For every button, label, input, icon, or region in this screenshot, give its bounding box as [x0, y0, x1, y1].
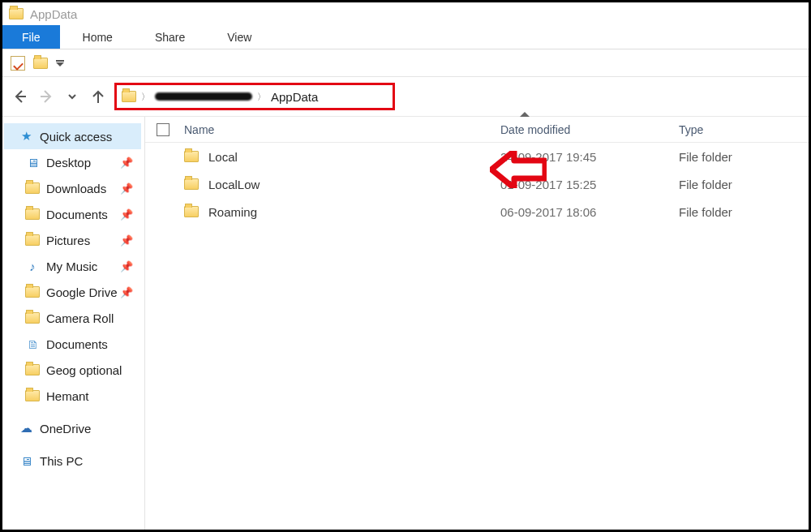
select-all-checkbox[interactable]: [157, 123, 169, 136]
folder-icon: [25, 208, 40, 220]
star-icon: ★: [19, 129, 33, 144]
sidebar-item-downloads[interactable]: Downloads 📌: [4, 175, 141, 201]
column-date[interactable]: Date modified: [500, 123, 679, 136]
pc-icon: 🖥: [19, 453, 33, 468]
sidebar-label: Documents: [46, 337, 108, 351]
properties-icon[interactable]: [11, 56, 25, 71]
nav-up-button[interactable]: [88, 87, 108, 106]
sidebar-item-google-drive[interactable]: Google Drive 📌: [4, 279, 141, 305]
sidebar-label: This PC: [40, 454, 83, 468]
tab-home[interactable]: Home: [63, 25, 132, 49]
file-list: Name Date modified Type Local 24-09-2017…: [145, 117, 809, 530]
nav-forward-button[interactable]: [36, 87, 56, 106]
folder-icon: [25, 390, 40, 401]
sidebar-item-hemant[interactable]: Hemant: [4, 383, 141, 409]
sidebar-label: OneDrive: [40, 422, 91, 435]
nav-back-button[interactable]: [11, 87, 30, 106]
pin-icon: 📌: [120, 286, 133, 298]
sidebar-label: Geog optional: [46, 363, 122, 377]
tab-file[interactable]: File: [2, 25, 60, 49]
file-name: LocalLow: [208, 178, 500, 191]
sidebar-label: Desktop: [46, 156, 91, 169]
quick-access-toolbar: [2, 49, 809, 77]
sidebar-quick-access[interactable]: ★ Quick access: [4, 123, 141, 149]
sidebar-item-my-music[interactable]: ♪ My Music 📌: [4, 253, 141, 279]
file-row[interactable]: LocalLow 01-09-2017 15:25 File folder: [145, 170, 809, 198]
window-titlebar: AppData: [2, 2, 809, 25]
chevron-right-icon: 〉: [257, 91, 266, 103]
sidebar-label: Downloads: [46, 182, 106, 195]
column-headers: Name Date modified Type: [145, 117, 809, 143]
documents-icon: 🗎: [25, 337, 40, 351]
file-row[interactable]: Local 24-09-2017 19:45 File folder: [145, 143, 809, 170]
folder-icon: [25, 234, 40, 246]
pin-icon: 📌: [120, 260, 133, 272]
desktop-icon: 🖥: [25, 155, 40, 169]
sidebar-label: Camera Roll: [46, 311, 114, 325]
sidebar-item-documents[interactable]: Documents 📌: [4, 201, 141, 227]
file-name: Roaming: [208, 205, 500, 219]
chevron-right-icon: 〉: [141, 91, 150, 103]
folder-icon: [25, 312, 40, 324]
pin-icon: 📌: [120, 234, 133, 247]
nav-row: 〉 〉 AppData: [2, 77, 809, 116]
file-date: 24-09-2017 19:45: [500, 150, 679, 164]
sidebar-item-geog-optional[interactable]: Geog optional: [4, 357, 141, 383]
music-icon: ♪: [25, 259, 40, 273]
new-folder-icon[interactable]: [33, 58, 48, 69]
ribbon-tabs: File Home Share View: [2, 25, 809, 49]
addr-current-folder[interactable]: AppData: [271, 90, 318, 104]
sidebar-label: Pictures: [46, 234, 90, 247]
sidebar-item-documents-2[interactable]: 🗎 Documents: [4, 331, 141, 357]
addr-folder-icon: [122, 91, 136, 102]
folder-icon: [184, 151, 199, 162]
pin-icon: 📌: [120, 182, 133, 195]
nav-recent-dropdown[interactable]: [62, 87, 82, 106]
column-name[interactable]: Name: [184, 123, 500, 136]
file-name: Local: [208, 150, 500, 164]
sidebar-item-pictures[interactable]: Pictures 📌: [4, 227, 141, 253]
pin-icon: 📌: [120, 208, 133, 221]
sidebar-label: Quick access: [40, 130, 112, 144]
sidebar-label: Documents: [46, 208, 108, 221]
sidebar-item-camera-roll[interactable]: Camera Roll: [4, 305, 141, 331]
sidebar-onedrive[interactable]: ☁ OneDrive: [4, 415, 141, 441]
pin-icon: 📌: [120, 157, 133, 169]
folder-icon: [184, 206, 199, 217]
sidebar-label: Hemant: [46, 389, 89, 403]
tab-share[interactable]: Share: [135, 25, 204, 49]
sort-ascending-icon: [520, 112, 530, 117]
file-type: File folder: [679, 205, 809, 219]
file-row[interactable]: Roaming 06-09-2017 18:06 File folder: [145, 198, 809, 225]
column-type[interactable]: Type: [679, 123, 792, 136]
folder-icon: [25, 182, 40, 194]
file-date: 01-09-2017 15:25: [500, 178, 679, 191]
file-type: File folder: [679, 178, 809, 191]
address-bar[interactable]: 〉 〉 AppData: [114, 83, 395, 110]
tab-view[interactable]: View: [208, 25, 271, 49]
sidebar-this-pc[interactable]: 🖥 This PC: [4, 448, 141, 474]
onedrive-icon: ☁: [19, 421, 33, 435]
folder-icon: [184, 178, 199, 190]
file-date: 06-09-2017 18:06: [500, 205, 679, 219]
sidebar-item-desktop[interactable]: 🖥 Desktop 📌: [4, 149, 141, 175]
folder-icon: [25, 286, 40, 298]
customize-qat-icon[interactable]: [56, 60, 64, 66]
addr-redacted-segment: [155, 92, 252, 101]
folder-icon: [9, 8, 24, 19]
sidebar-label: Google Drive: [46, 285, 118, 299]
folder-icon: [25, 364, 40, 375]
window-title: AppData: [30, 7, 77, 21]
sidebar-label: My Music: [46, 260, 97, 273]
nav-sidebar: ★ Quick access 🖥 Desktop 📌 Downloads 📌 D…: [2, 117, 145, 530]
file-type: File folder: [679, 150, 809, 164]
